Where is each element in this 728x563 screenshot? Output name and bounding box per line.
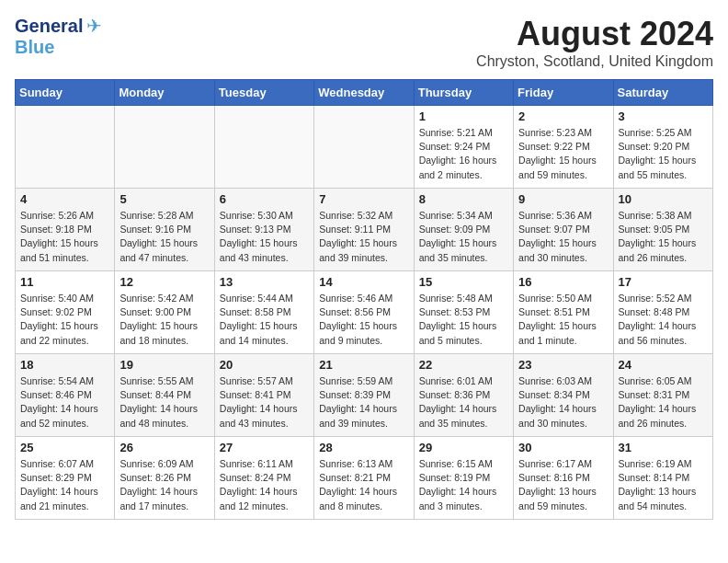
day-number: 11: [20, 275, 109, 289]
day-cell: [16, 106, 115, 189]
header-cell-sunday: Sunday: [16, 80, 115, 106]
day-number: 22: [419, 358, 508, 372]
day-number: 16: [518, 275, 608, 289]
day-info: Sunrise: 5:34 AM Sunset: 9:09 PM Dayligh…: [419, 209, 508, 265]
day-info: Sunrise: 6:09 AM Sunset: 8:26 PM Dayligh…: [119, 457, 209, 513]
day-number: 15: [419, 275, 508, 289]
day-cell: 6Sunrise: 5:30 AM Sunset: 9:13 PM Daylig…: [214, 189, 313, 271]
day-info: Sunrise: 5:42 AM Sunset: 9:00 PM Dayligh…: [119, 292, 209, 348]
day-number: 23: [518, 358, 608, 372]
day-cell: 4Sunrise: 5:26 AM Sunset: 9:18 PM Daylig…: [16, 189, 115, 271]
header-cell-saturday: Saturday: [613, 80, 712, 106]
day-cell: 21Sunrise: 5:59 AM Sunset: 8:39 PM Dayli…: [314, 354, 414, 437]
day-cell: 5Sunrise: 5:28 AM Sunset: 9:16 PM Daylig…: [115, 189, 214, 271]
day-number: 21: [319, 358, 408, 372]
day-info: Sunrise: 5:23 AM Sunset: 9:22 PM Dayligh…: [518, 126, 608, 182]
day-cell: 18Sunrise: 5:54 AM Sunset: 8:46 PM Dayli…: [16, 354, 115, 437]
day-cell: 1Sunrise: 5:21 AM Sunset: 9:24 PM Daylig…: [414, 106, 513, 189]
day-number: 13: [220, 275, 309, 289]
title-block: August 2024 Chryston, Scotland, United K…: [476, 15, 713, 70]
header-cell-tuesday: Tuesday: [214, 80, 313, 106]
day-info: Sunrise: 6:03 AM Sunset: 8:34 PM Dayligh…: [518, 374, 608, 431]
day-number: 30: [518, 441, 608, 454]
page-title: August 2024: [476, 15, 713, 53]
day-info: Sunrise: 6:19 AM Sunset: 8:14 PM Dayligh…: [619, 457, 708, 513]
day-cell: 16Sunrise: 5:50 AM Sunset: 8:51 PM Dayli…: [514, 271, 613, 354]
day-cell: 14Sunrise: 5:46 AM Sunset: 8:56 PM Dayli…: [314, 271, 414, 354]
day-cell: 30Sunrise: 6:17 AM Sunset: 8:16 PM Dayli…: [514, 437, 613, 520]
day-number: 10: [619, 192, 708, 206]
day-info: Sunrise: 5:55 AM Sunset: 8:44 PM Dayligh…: [119, 374, 209, 431]
day-cell: 7Sunrise: 5:32 AM Sunset: 9:11 PM Daylig…: [314, 189, 414, 271]
day-number: 31: [619, 441, 708, 454]
day-number: 7: [319, 192, 408, 206]
day-cell: 31Sunrise: 6:19 AM Sunset: 8:14 PM Dayli…: [613, 437, 712, 520]
day-info: Sunrise: 5:38 AM Sunset: 9:05 PM Dayligh…: [619, 209, 708, 265]
header-cell-wednesday: Wednesday: [314, 80, 414, 106]
day-info: Sunrise: 6:07 AM Sunset: 8:29 PM Dayligh…: [20, 457, 109, 513]
day-cell: 10Sunrise: 5:38 AM Sunset: 9:05 PM Dayli…: [613, 189, 712, 271]
week-row-3: 11Sunrise: 5:40 AM Sunset: 9:02 PM Dayli…: [16, 271, 713, 354]
day-info: Sunrise: 6:13 AM Sunset: 8:21 PM Dayligh…: [319, 457, 408, 513]
day-info: Sunrise: 6:15 AM Sunset: 8:19 PM Dayligh…: [419, 457, 508, 513]
day-info: Sunrise: 5:32 AM Sunset: 9:11 PM Dayligh…: [319, 209, 408, 265]
header-cell-thursday: Thursday: [414, 80, 513, 106]
day-cell: 26Sunrise: 6:09 AM Sunset: 8:26 PM Dayli…: [115, 437, 214, 520]
day-number: 19: [119, 358, 209, 372]
day-cell: 17Sunrise: 5:52 AM Sunset: 8:48 PM Dayli…: [613, 271, 712, 354]
day-cell: 2Sunrise: 5:23 AM Sunset: 9:22 PM Daylig…: [514, 106, 613, 189]
day-info: Sunrise: 5:48 AM Sunset: 8:53 PM Dayligh…: [419, 292, 508, 348]
day-number: 18: [20, 358, 109, 372]
day-cell: 22Sunrise: 6:01 AM Sunset: 8:36 PM Dayli…: [414, 354, 513, 437]
page-header: General ✈ Blue August 2024 Chryston, Sco…: [15, 15, 713, 70]
day-cell: [214, 106, 313, 189]
week-row-5: 25Sunrise: 6:07 AM Sunset: 8:29 PM Dayli…: [16, 437, 713, 520]
day-info: Sunrise: 5:52 AM Sunset: 8:48 PM Dayligh…: [619, 292, 708, 348]
day-cell: [314, 106, 414, 189]
day-number: 25: [20, 441, 109, 454]
day-info: Sunrise: 5:25 AM Sunset: 9:20 PM Dayligh…: [619, 126, 708, 182]
day-info: Sunrise: 6:17 AM Sunset: 8:16 PM Dayligh…: [518, 457, 608, 513]
day-cell: 8Sunrise: 5:34 AM Sunset: 9:09 PM Daylig…: [414, 189, 513, 271]
day-info: Sunrise: 5:26 AM Sunset: 9:18 PM Dayligh…: [20, 209, 109, 265]
logo-bird-icon: ✈: [86, 15, 102, 37]
day-cell: 13Sunrise: 5:44 AM Sunset: 8:58 PM Dayli…: [214, 271, 313, 354]
day-number: 12: [119, 275, 209, 289]
day-number: 17: [619, 275, 708, 289]
day-cell: 12Sunrise: 5:42 AM Sunset: 9:00 PM Dayli…: [115, 271, 214, 354]
day-cell: 23Sunrise: 6:03 AM Sunset: 8:34 PM Dayli…: [514, 354, 613, 437]
day-number: 27: [220, 441, 309, 454]
day-number: 2: [518, 109, 608, 123]
week-row-1: 1Sunrise: 5:21 AM Sunset: 9:24 PM Daylig…: [16, 106, 713, 189]
day-info: Sunrise: 5:40 AM Sunset: 9:02 PM Dayligh…: [20, 292, 109, 348]
day-number: 24: [619, 358, 708, 372]
day-info: Sunrise: 5:50 AM Sunset: 8:51 PM Dayligh…: [518, 292, 608, 348]
day-number: 8: [419, 192, 508, 206]
calendar-table: SundayMondayTuesdayWednesdayThursdayFrid…: [15, 79, 713, 520]
day-info: Sunrise: 6:01 AM Sunset: 8:36 PM Dayligh…: [419, 374, 508, 431]
logo: General ✈ Blue: [15, 15, 102, 58]
day-cell: 27Sunrise: 6:11 AM Sunset: 8:24 PM Dayli…: [214, 437, 313, 520]
day-info: Sunrise: 5:59 AM Sunset: 8:39 PM Dayligh…: [319, 374, 408, 431]
day-info: Sunrise: 5:36 AM Sunset: 9:07 PM Dayligh…: [518, 209, 608, 265]
day-number: 14: [319, 275, 408, 289]
day-cell: 19Sunrise: 5:55 AM Sunset: 8:44 PM Dayli…: [115, 354, 214, 437]
week-row-2: 4Sunrise: 5:26 AM Sunset: 9:18 PM Daylig…: [16, 189, 713, 271]
day-cell: 3Sunrise: 5:25 AM Sunset: 9:20 PM Daylig…: [613, 106, 712, 189]
day-cell: 11Sunrise: 5:40 AM Sunset: 9:02 PM Dayli…: [16, 271, 115, 354]
week-row-4: 18Sunrise: 5:54 AM Sunset: 8:46 PM Dayli…: [16, 354, 713, 437]
day-cell: 15Sunrise: 5:48 AM Sunset: 8:53 PM Dayli…: [414, 271, 513, 354]
day-number: 3: [619, 109, 708, 123]
day-cell: 25Sunrise: 6:07 AM Sunset: 8:29 PM Dayli…: [16, 437, 115, 520]
day-number: 20: [220, 358, 309, 372]
header-row: SundayMondayTuesdayWednesdayThursdayFrid…: [16, 80, 713, 106]
day-number: 1: [419, 109, 508, 123]
day-cell: 24Sunrise: 6:05 AM Sunset: 8:31 PM Dayli…: [613, 354, 712, 437]
day-number: 9: [518, 192, 608, 206]
day-number: 4: [20, 192, 109, 206]
day-number: 6: [220, 192, 309, 206]
page-subtitle: Chryston, Scotland, United Kingdom: [476, 53, 713, 70]
day-info: Sunrise: 5:46 AM Sunset: 8:56 PM Dayligh…: [319, 292, 408, 348]
day-number: 28: [319, 441, 408, 454]
header-cell-friday: Friday: [514, 80, 613, 106]
